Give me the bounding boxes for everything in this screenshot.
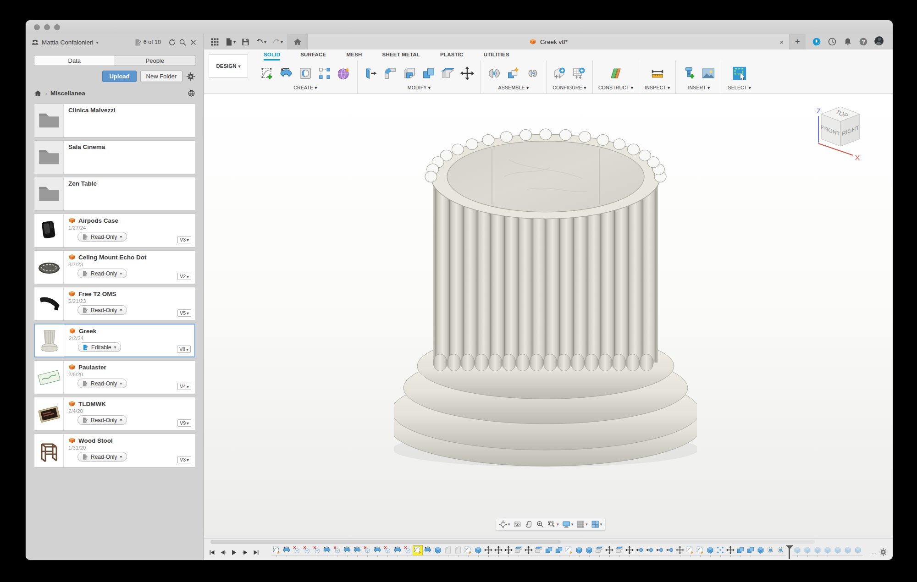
plane-tool-icon[interactable] (608, 66, 624, 81)
timeline-feature-mirror[interactable] (645, 545, 655, 555)
web-view-icon[interactable] (188, 89, 195, 97)
ribbon-tab-plastic[interactable]: PLASTIC (440, 52, 464, 60)
undo-button[interactable]: ▾ (254, 38, 268, 46)
timeline-feature-move[interactable] (725, 545, 735, 555)
notifications-icon[interactable] (843, 37, 852, 46)
close-document-icon[interactable]: × (779, 38, 784, 46)
ribbon-tab-surface[interactable]: SURFACE (300, 52, 326, 60)
timeline-feature-boolean[interactable] (776, 545, 786, 555)
orbit-button[interactable]: ▾ (499, 520, 510, 528)
upload-button[interactable]: Upload (102, 71, 136, 82)
access-dropdown[interactable]: Read-Only ▾ (77, 379, 127, 388)
timeline-feature-boolean[interactable] (766, 545, 776, 555)
timeline-feature-sketch[interactable] (271, 545, 282, 555)
formsphere-tool-icon[interactable] (336, 66, 352, 81)
go-to-end-button[interactable] (253, 549, 260, 556)
timeline-feature-move[interactable] (524, 545, 534, 555)
timeline-feature-fillet[interactable] (453, 545, 463, 555)
timeline-feature-split[interactable] (534, 545, 544, 555)
hole-tool-icon[interactable] (298, 66, 313, 81)
splitb-tool-icon[interactable] (440, 66, 456, 81)
timeline-feature-pattern[interactable] (715, 545, 725, 555)
pan-button[interactable] (525, 520, 533, 528)
access-dropdown[interactable]: Editable ▾ (78, 342, 121, 352)
job-status-icon[interactable] (828, 37, 837, 46)
ribbon-tab-utilities[interactable]: UTILITIES (484, 52, 509, 60)
timeline-feature-split[interactable] (614, 545, 624, 555)
ribbon-group-label-create[interactable]: CREATE ▾ (293, 85, 317, 92)
folder-item[interactable]: Zen Table ▾ ▾ (34, 177, 195, 211)
tab-data[interactable]: Data (34, 55, 115, 66)
timeline-feature-revolve[interactable] (342, 545, 352, 555)
ribbon-tab-solid[interactable]: SOLID (264, 52, 280, 60)
access-dropdown[interactable]: Read-Only ▾ (77, 232, 127, 242)
viewports-button[interactable]: ▾ (591, 520, 602, 528)
timeline-position-marker[interactable] (786, 545, 792, 559)
look-at-button[interactable] (513, 520, 521, 528)
version-dropdown[interactable]: V9▾ (177, 419, 191, 427)
timeline-feature-future[interactable] (812, 545, 823, 555)
timeline-feature-combine[interactable] (554, 545, 564, 555)
step-back-button[interactable] (220, 549, 226, 556)
home-tab[interactable] (287, 34, 308, 49)
timeline-feature-move[interactable] (624, 545, 635, 555)
access-dropdown[interactable]: Read-Only ▾ (77, 415, 127, 425)
timeline-feature-move[interactable] (493, 545, 503, 555)
timeline-feature-revolve[interactable] (322, 545, 332, 555)
timeline-feature-revolve[interactable] (352, 545, 362, 555)
timeline-feature-future[interactable] (843, 545, 853, 555)
timeline-feature-revolve[interactable] (282, 545, 292, 555)
file-item-echodot[interactable]: Celing Mount Echo Dot 8/7/23 Read-Only ▾… (34, 250, 195, 284)
version-dropdown[interactable]: V5▾ (177, 309, 191, 317)
workspace-switcher[interactable]: DESIGN ▾ (209, 54, 248, 78)
file-item-airpods[interactable]: Airpods Case 1/27/24 Read-Only ▾ V3▾ (34, 214, 195, 247)
help-icon[interactable] (859, 37, 868, 46)
timeline-feature-suppressed[interactable] (362, 545, 372, 555)
file-item-woodstool[interactable]: Wood Stool 1/31/20 Read-Only ▾ V3▾ (34, 434, 195, 467)
newcomp-tool-icon[interactable] (506, 66, 521, 81)
timeline-feature-suppressed[interactable] (382, 545, 392, 555)
timeline-feature-suppressed[interactable] (292, 545, 302, 555)
timeline-feature-extrude[interactable] (433, 545, 443, 555)
file-item-greek[interactable]: Greek 2/2/24 Editable ▾ V8▾ (34, 324, 195, 357)
zoom-window-button[interactable] (54, 24, 60, 30)
timeline-feature-move[interactable] (483, 545, 493, 555)
play-button[interactable] (231, 549, 238, 556)
view-cube-body[interactable]: TOP FRONT RIGHT (821, 107, 860, 146)
revolve-tool-icon[interactable] (278, 66, 294, 81)
refresh-icon[interactable] (168, 38, 176, 46)
extensions-icon[interactable] (812, 37, 821, 46)
view-cube[interactable]: Z X TOP FRONT RIGHT (812, 102, 871, 161)
version-dropdown[interactable]: V8▾ (177, 346, 191, 353)
combine-tool-icon[interactable] (421, 66, 436, 81)
timeline-feature-revolve[interactable] (423, 545, 433, 555)
cfgbox-tool-icon[interactable] (552, 66, 568, 81)
grid-settings-button[interactable]: ▾ (576, 520, 588, 528)
timeline-feature-extrude[interactable] (584, 545, 594, 555)
presspull-tool-icon[interactable] (363, 66, 379, 81)
timeline-feature-split[interactable] (594, 545, 604, 555)
ribbon-tab-sheet-metal[interactable]: SHEET METAL (382, 52, 420, 60)
move-tool-icon[interactable] (459, 66, 475, 81)
avatar[interactable] (874, 36, 885, 47)
timeline-feature-mirror[interactable] (635, 545, 645, 555)
access-dropdown[interactable]: Read-Only ▾ (77, 269, 127, 278)
timeline-feature-revolve[interactable] (392, 545, 403, 555)
3d-viewport[interactable]: Z X TOP FRONT RIGHT ▾▾▾▾▾ (204, 94, 893, 538)
document-tab[interactable]: Greek v8* × (308, 34, 789, 49)
timeline-feature-combine[interactable] (746, 545, 756, 555)
access-dropdown[interactable]: Read-Only ▾ (77, 305, 127, 315)
breadcrumb-folder[interactable]: Miscellanea (50, 90, 85, 97)
home-icon[interactable] (34, 89, 42, 97)
ribbon-group-label-configure[interactable]: CONFIGURE ▾ (552, 85, 586, 92)
ribbon-group-label-construct[interactable]: CONSTRUCT ▾ (598, 85, 633, 92)
version-dropdown[interactable]: V3▾ (177, 456, 191, 463)
apps-grid-button[interactable] (209, 38, 221, 46)
ribbon-group-label-insert[interactable]: INSERT ▾ (688, 85, 710, 92)
tab-people[interactable]: People (115, 55, 195, 66)
version-dropdown[interactable]: V2▾ (177, 273, 191, 280)
timeline-feature-revolve[interactable] (372, 545, 382, 555)
timeline-feature-future[interactable] (823, 545, 833, 555)
access-dropdown[interactable]: Read-Only ▾ (77, 452, 127, 462)
user-name[interactable]: Mattia Confalonieri (42, 39, 94, 46)
